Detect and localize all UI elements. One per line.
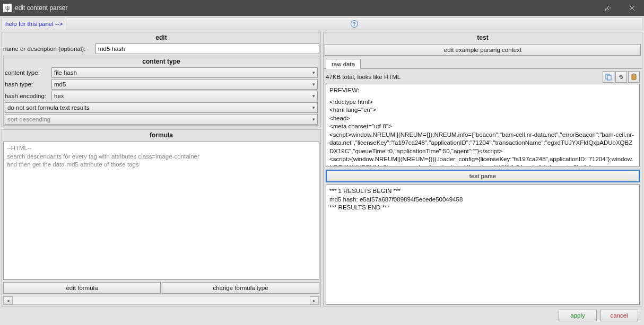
chevron-down-icon: ▾ (312, 105, 315, 110)
formula-line: --HTML-- (7, 144, 316, 153)
link-icon (617, 73, 625, 81)
chevron-down-icon: ▾ (312, 82, 315, 87)
edit-group: edit name or description (optional): con… (2, 32, 321, 127)
paste-icon (630, 73, 638, 81)
help-label[interactable]: help for this panel --> (2, 21, 66, 27)
results-box[interactable]: *** 1 RESULTS BEGIN *** md5 hash: e5af57… (326, 185, 640, 305)
name-input[interactable] (95, 43, 319, 54)
svg-rect-4 (632, 74, 636, 80)
formula-group: formula --HTML-- search descendants for … (2, 129, 321, 306)
formula-hscroll[interactable]: ◂ ▸ (3, 296, 319, 305)
formula-title: formula (2, 130, 320, 140)
results-line: *** RESULTS END *** (329, 204, 636, 212)
scroll-track[interactable] (13, 296, 310, 304)
scroll-right-icon[interactable]: ▸ (310, 296, 319, 304)
test-title: test (324, 32, 642, 43)
test-group: test edit example parsing context raw da… (323, 32, 642, 306)
preview-line: <head> (329, 115, 636, 123)
results-line: *** 1 RESULTS BEGIN *** (329, 187, 636, 196)
titlebar: ψ edit content parser (0, 0, 644, 16)
preview-line: <html lang="en"> (329, 106, 636, 115)
close-button[interactable] (620, 0, 644, 16)
help-icon: ? (350, 20, 359, 28)
status-text: 47KB total, looks like HTML (326, 74, 602, 80)
sort-option-select[interactable]: do not sort formula text results ▾ (5, 102, 318, 113)
minimize-button[interactable] (595, 0, 620, 16)
svg-rect-3 (607, 75, 611, 80)
hash-type-label: hash type: (5, 81, 49, 87)
sort-direction-select: sort descending ▾ (5, 114, 318, 125)
content-type-group: content type content type: file hash ▾ h… (3, 56, 319, 126)
content-type-select[interactable]: file hash ▾ (51, 67, 318, 78)
svg-text:?: ? (353, 21, 355, 27)
paste-button[interactable] (628, 71, 640, 83)
edit-formula-button[interactable]: edit formula (3, 282, 161, 294)
apply-button[interactable]: apply (559, 310, 597, 321)
tabs-row: raw data (324, 57, 642, 68)
help-track[interactable]: ? (66, 18, 642, 30)
sort-option-value: do not sort formula text results (7, 104, 90, 111)
cancel-button[interactable]: cancel (600, 310, 638, 321)
copy-icon (605, 73, 612, 81)
window-title: edit content parser (15, 4, 595, 12)
preview-line: <script>window.NREUM||(NREUM={});NREUM.i… (329, 131, 636, 156)
preview-title: PREVIEW: (329, 86, 636, 95)
chevron-down-icon: ▾ (312, 70, 315, 75)
edit-title: edit (2, 32, 320, 43)
preview-line: <script>(window.NREUM||(NREUM={})).loade… (329, 155, 636, 166)
preview-line: <meta charset="utf-8"> (329, 122, 636, 131)
formula-text: --HTML-- search descendants for every ta… (3, 142, 319, 280)
change-formula-type-button[interactable]: change formula type (162, 282, 319, 294)
content-type-title: content type (4, 56, 319, 67)
preview-box[interactable]: PREVIEW: <!doctype html> <html lang="en"… (326, 84, 640, 166)
chevron-down-icon: ▾ (312, 117, 315, 122)
hash-type-value: md5 (54, 81, 66, 87)
formula-line: search descendants for every tag with at… (7, 153, 316, 161)
tab-raw-data[interactable]: raw data (326, 59, 361, 69)
footer: apply cancel (2, 306, 642, 323)
results-line: md5 hash: e5af57a687f089894f5ecede500494… (329, 196, 636, 204)
content-type-value: file hash (54, 69, 77, 76)
help-bar: help for this panel --> ? (2, 17, 642, 30)
scroll-left-icon[interactable]: ◂ (4, 296, 13, 304)
app-icon: ψ (3, 4, 12, 12)
formula-line: and then get the data-md5 attribute of t… (7, 161, 316, 169)
name-label: name or description (optional): (3, 46, 93, 52)
copy-button[interactable] (603, 71, 614, 83)
test-parse-button[interactable]: test parse (326, 170, 640, 182)
hash-encoding-label: hash encoding: (5, 93, 49, 99)
content-type-label: content type: (5, 69, 49, 76)
sort-direction-value: sort descending (7, 116, 50, 122)
chevron-down-icon: ▾ (312, 93, 315, 99)
hash-type-select[interactable]: md5 ▾ (51, 79, 318, 90)
link-button[interactable] (615, 71, 627, 83)
preview-line: <!doctype html> (329, 98, 636, 107)
svg-rect-5 (633, 74, 635, 75)
hash-encoding-select[interactable]: hex ▾ (51, 91, 318, 101)
hash-encoding-value: hex (54, 93, 64, 99)
edit-context-button[interactable]: edit example parsing context (325, 44, 641, 56)
